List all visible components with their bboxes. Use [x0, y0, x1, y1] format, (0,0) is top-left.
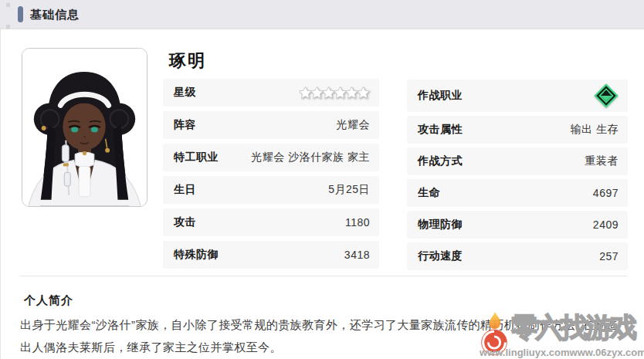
info-row-label: 特工职业 — [174, 151, 219, 164]
basic-info-table-left: 星级 阵容 光耀会 特工职业 光耀会 沙洛什家族 家主 生日 — [163, 79, 379, 269]
info-row-value: 2409 — [593, 218, 619, 231]
info-row-label: 作战方式 — [418, 154, 463, 168]
profile-heading: 个人简介 — [24, 293, 73, 308]
info-row-value: 3418 — [344, 249, 370, 261]
basic-info-table-right: 作战职业 攻击属性 输出 生存 作战方式 重装者 生 — [407, 80, 628, 270]
info-row-label: 行动速度 — [418, 249, 463, 263]
section-header: 基础信息 — [0, 0, 644, 29]
info-row-combat-class: 作战职业 — [407, 80, 628, 112]
info-row-combat-style: 作战方式 重装者 — [407, 147, 628, 175]
info-row-birthday: 生日 5月25日 — [163, 176, 379, 204]
info-row-star-rating: 星级 — [163, 79, 379, 107]
info-row-value: 5月25日 — [328, 183, 370, 197]
section-divider — [20, 276, 628, 276]
info-row-faction: 阵容 光耀会 — [163, 111, 379, 139]
star-rating — [300, 86, 370, 99]
info-row-agent-occupation: 特工职业 光耀会 沙洛什家族 家主 — [163, 144, 379, 171]
info-row-attack: 攻击 1180 — [163, 208, 379, 236]
section-title: 基础信息 — [30, 8, 80, 22]
info-row-value: 光耀会 沙洛什家族 家主 — [251, 151, 370, 164]
header-accent-bar — [18, 6, 23, 22]
decorative-square — [6, 25, 10, 29]
page: 基础信息 — [0, 0, 644, 359]
info-row-hp: 生命 4697 — [407, 179, 628, 207]
content-area: 琢明 星级 阵容 光耀会 特工职业 光耀会 沙洛什家族 家主 — [0, 29, 644, 359]
info-row-speed: 行动速度 257 — [407, 242, 628, 270]
info-row-value: 重装者 — [585, 154, 619, 168]
info-row-value: 光耀会 — [337, 118, 371, 132]
info-row-label: 攻击属性 — [418, 123, 463, 137]
info-row-value: 257 — [599, 250, 619, 262]
info-row-label: 生命 — [418, 186, 440, 200]
character-portrait-image — [22, 49, 147, 206]
info-row-attack-attribute: 攻击属性 输出 生存 — [407, 116, 628, 144]
guard-class-diamond-icon — [594, 83, 619, 108]
decorative-square — [6, 3, 10, 7]
character-portrait — [22, 48, 147, 207]
info-row-label: 生日 — [174, 183, 196, 197]
info-row-label: 物理防御 — [418, 218, 463, 232]
info-row-label: 阵容 — [174, 118, 196, 132]
info-row-label: 特殊防御 — [174, 248, 219, 262]
star-icon — [357, 86, 370, 99]
character-name: 琢明 — [169, 49, 206, 73]
info-row-label: 攻击 — [174, 215, 196, 229]
info-row-value: 4697 — [593, 187, 619, 199]
info-row-label: 星级 — [174, 86, 196, 100]
info-row-label: 作战职业 — [418, 89, 463, 103]
info-row-physical-defense: 物理防御 2409 — [407, 211, 628, 239]
info-row-special-defense: 特殊防御 3418 — [163, 241, 379, 269]
info-row-value: 1180 — [345, 216, 370, 229]
profile-text: 出身于光耀会“沙洛什”家族，自小除了接受常规的贵族教育外，还学习了大量家族流传的… — [20, 313, 622, 358]
info-row-value: 输出 生存 — [571, 123, 619, 137]
